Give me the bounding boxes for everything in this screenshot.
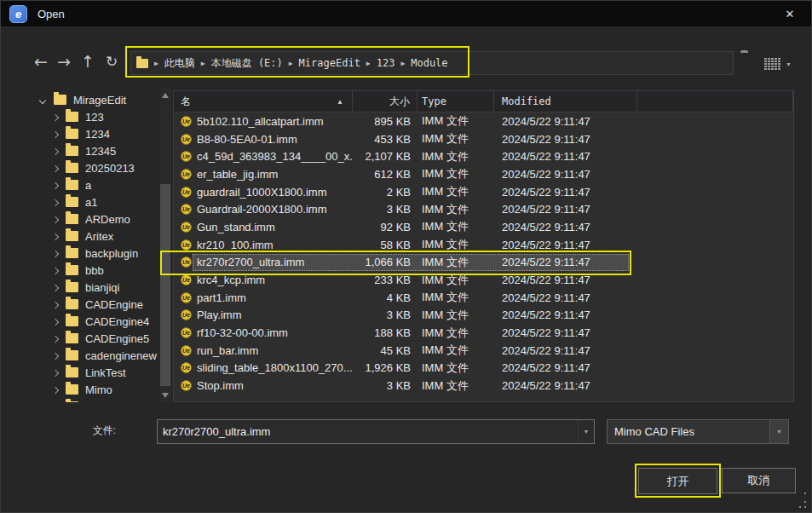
chevron-right-icon xyxy=(52,353,58,359)
folder-icon xyxy=(66,384,78,395)
table-row[interactable]: Ue B8-80-5EA0-01.imm 453 KB IMM 文件 2024/… xyxy=(174,130,793,148)
sidebar-item[interactable]: bbb xyxy=(26,262,159,279)
sidebar-item-label: LinkTest xyxy=(85,366,126,379)
table-row[interactable]: Ue kr270r2700_ultra.imm 1,066 KB IMM 文件 … xyxy=(174,254,793,272)
breadcrumb-item[interactable]: ▶ 此电脑 xyxy=(148,56,195,71)
sidebar-item[interactable]: backplugin xyxy=(26,245,159,262)
file-size: 92 KB xyxy=(353,221,418,233)
chevron-down-icon[interactable]: ▼ xyxy=(769,420,788,443)
table-row[interactable]: Ue Play.imm 3 KB IMM 文件 2024/5/22 9:11:4… xyxy=(174,307,793,325)
scroll-down-icon[interactable] xyxy=(162,393,169,398)
table-row[interactable]: Ue Stop.imm 3 KB IMM 文件 2024/5/22 9:11:4… xyxy=(174,377,793,395)
scroll-up-icon[interactable] xyxy=(162,93,169,98)
table-row[interactable]: Ue kr210_100.imm 58 KB IMM 文件 2024/5/22 … xyxy=(174,236,793,254)
sidebar-item-label: 123 xyxy=(85,111,104,124)
table-row[interactable]: Ue part1.imm 4 KB IMM 文件 2024/5/22 9:11:… xyxy=(174,289,793,307)
column-header-name[interactable]: 名 ▲ xyxy=(174,91,353,112)
table-row[interactable]: Ue 5b102.110_allcatpart.imm 895 KB IMM 文… xyxy=(174,112,793,130)
breadcrumb[interactable]: ▶ 此电脑 ▶ 本地磁盘 (E:) ▶ MirageEdit ▶ 123 xyxy=(130,51,734,75)
column-header-type[interactable]: Type xyxy=(418,91,494,112)
sidebar-item[interactable]: a xyxy=(26,176,159,193)
sidebar-item-root[interactable]: MirageEdit xyxy=(26,91,159,108)
file-size: 2,107 KB xyxy=(353,150,418,163)
sidebar-item[interactable]: CADEngine5 xyxy=(26,330,159,347)
sidebar-item-partial[interactable] xyxy=(26,398,159,402)
imm-file-icon: Ue xyxy=(181,222,192,233)
filetype-select[interactable]: Mimo CAD Files ▼ xyxy=(607,419,789,444)
sidebar-item[interactable]: ARDemo xyxy=(26,210,159,228)
column-header-modified[interactable]: Modified xyxy=(494,91,637,112)
file-size: 4 KB xyxy=(353,291,418,304)
file-type: IMM 文件 xyxy=(418,290,494,305)
file-name-cell: Ue guardrail_1000X1800.imm xyxy=(174,186,353,199)
scrollbar-thumb[interactable] xyxy=(160,184,170,386)
chevron-right-icon xyxy=(52,182,58,188)
chevron-right-icon xyxy=(52,199,58,205)
table-row[interactable]: Ue sliding_table_1800x1100_270... 1,926 … xyxy=(174,360,793,378)
table-row[interactable]: Ue Guardrail-2000X1800.imm 3 KB IMM 文件 2… xyxy=(174,200,793,218)
sidebar-item-label: CADEngine xyxy=(85,298,143,311)
sidebar-item[interactable]: Mimo xyxy=(26,381,159,398)
chevron-right-icon xyxy=(52,165,58,171)
sidebar-item[interactable]: CADEngine xyxy=(26,296,159,313)
table-row[interactable]: Ue run_bar.imm 45 KB IMM 文件 2024/5/22 9:… xyxy=(174,342,793,360)
filename-input[interactable]: kr270r2700_ultra.imm ▼ xyxy=(157,419,595,444)
back-button[interactable]: ← xyxy=(30,50,52,72)
table-row[interactable]: Ue rf10-32-00-00.imm 188 KB IMM 文件 2024/… xyxy=(174,324,793,342)
file-name-cell: Ue Play.imm xyxy=(174,308,353,321)
file-size: 3 KB xyxy=(353,379,418,392)
sidebar-item[interactable]: LinkTest xyxy=(26,364,159,381)
breadcrumb-item[interactable]: ▶ 本地磁盘 (E:) xyxy=(195,56,283,71)
resize-grip[interactable] xyxy=(796,498,806,508)
file-type: IMM 文件 xyxy=(418,131,494,147)
sidebar-item[interactable]: Aritex xyxy=(26,228,159,245)
sidebar-item[interactable]: 20250213 xyxy=(26,159,159,176)
table-row[interactable]: Ue Gun_stand.imm 92 KB IMM 文件 2024/5/22 … xyxy=(174,218,793,236)
sidebar-item[interactable]: CADEngine4 xyxy=(26,313,159,330)
chevron-right-icon xyxy=(52,387,58,393)
file-size: 188 KB xyxy=(353,326,418,339)
chevron-right-icon xyxy=(52,216,58,222)
up-button[interactable]: ↑ xyxy=(77,50,99,72)
sidebar-item-label: 20250213 xyxy=(85,162,135,175)
table-row[interactable]: Ue er_table_jig.imm 612 KB IMM 文件 2024/5… xyxy=(174,165,793,183)
breadcrumb-item[interactable]: ▶ MirageEdit xyxy=(283,57,360,69)
filetype-value: Mimo CAD Files xyxy=(608,425,769,438)
sidebar-item[interactable]: 1234 xyxy=(26,125,159,142)
close-icon[interactable]: ✕ xyxy=(775,1,804,26)
file-type: IMM 文件 xyxy=(418,149,494,164)
table-row[interactable]: Ue c4_59d_363983_134____00_x... 2,107 KB… xyxy=(174,147,793,165)
forward-button[interactable]: → xyxy=(53,50,75,72)
file-type: IMM 文件 xyxy=(418,308,494,323)
column-header-filler xyxy=(637,91,793,112)
open-dialog: e Open ✕ ← → ↑ ↻ ▶ 此电脑 ▶ 本地磁盘 (E:) ▶ xyxy=(0,0,812,513)
breadcrumb-item[interactable]: ▶ Module xyxy=(394,57,447,69)
sidebar-item[interactable]: 123 xyxy=(26,108,159,125)
file-name: Stop.imm xyxy=(197,379,244,392)
chevron-down-icon[interactable]: ▼ xyxy=(578,420,594,443)
sidebar-item[interactable]: cadenginenew xyxy=(26,347,159,364)
sidebar-item-label: CADEngine5 xyxy=(85,332,149,345)
sidebar-item[interactable]: bianjiqi xyxy=(26,279,159,296)
file-type: IMM 文件 xyxy=(418,360,494,376)
column-header-size[interactable]: 大小 xyxy=(353,91,418,112)
file-name-cell: Ue Gun_stand.imm xyxy=(174,221,353,233)
breadcrumb-item[interactable]: ▶ 123 xyxy=(360,57,395,69)
file-size: 58 KB xyxy=(353,239,418,251)
table-row[interactable]: Ue guardrail_1000X1800.imm 2 KB IMM 文件 2… xyxy=(174,183,793,201)
cancel-button[interactable]: 取消 xyxy=(722,468,796,493)
folder-icon xyxy=(66,367,78,378)
chevron-right-icon: ▶ xyxy=(201,60,205,67)
file-modified: 2024/5/22 9:11:47 xyxy=(494,168,637,181)
refresh-button[interactable]: ↻ xyxy=(101,50,123,72)
file-name-cell: Ue B8-80-5EA0-01.imm xyxy=(174,133,353,146)
file-name-cell: Ue kr270r2700_ultra.imm xyxy=(174,256,353,268)
sidebar-item[interactable]: a1 xyxy=(26,193,159,210)
table-row[interactable]: Ue krc4_kcp.imm 233 KB IMM 文件 2024/5/22 … xyxy=(174,271,793,289)
tree-scrollbar[interactable] xyxy=(159,89,171,402)
view-mode-button[interactable]: ▼ xyxy=(764,55,793,73)
new-folder-button[interactable] xyxy=(739,53,761,73)
sidebar-item[interactable]: 12345 xyxy=(26,142,159,159)
file-size: 453 KB xyxy=(353,133,418,146)
open-button[interactable]: 打开 xyxy=(638,468,717,494)
